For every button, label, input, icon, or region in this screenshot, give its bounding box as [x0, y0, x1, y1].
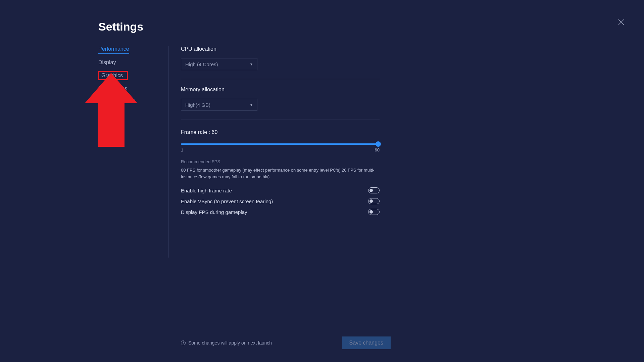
divider: [181, 79, 380, 79]
sidebar-item-device-settings[interactable]: Device settings: [98, 97, 135, 103]
memory-allocation-label: Memory allocation: [181, 87, 380, 93]
cpu-allocation-label: CPU allocation: [181, 46, 380, 52]
settings-main: CPU allocation High (4 Cores) ▼ Memory a…: [181, 46, 380, 362]
sidebar-item-performance[interactable]: Performance: [98, 46, 129, 54]
tutorial-arrow: [85, 73, 137, 153]
footer-note: i Some changes will apply on next launch: [181, 340, 272, 346]
toggle-display-fps[interactable]: [368, 209, 380, 215]
memory-allocation-value: High(4 GB): [185, 102, 210, 108]
chevron-down-icon: ▼: [250, 103, 253, 107]
toggle-label-high-frame-rate: Enable high frame rate: [181, 188, 232, 193]
close-button[interactable]: [617, 18, 625, 26]
cpu-allocation-dropdown[interactable]: High (4 Cores) ▼: [181, 58, 257, 70]
toggle-label-vsync: Enable VSync (to prevent screen tearing): [181, 198, 273, 204]
divider: [181, 120, 380, 120]
save-changes-button[interactable]: Save changes: [342, 336, 391, 349]
toggle-vsync[interactable]: [368, 198, 380, 204]
frame-rate-label: Frame rate : 60: [181, 129, 380, 135]
chevron-down-icon: ▼: [250, 62, 253, 66]
info-icon: i: [181, 341, 186, 345]
frame-rate-max: 60: [375, 147, 380, 152]
frame-rate-min: 1: [181, 147, 183, 152]
close-icon: [617, 18, 625, 26]
recommended-fps-text: 60 FPS for smoother gameplay (may effect…: [181, 167, 380, 180]
sidebar-item-graphics[interactable]: Graphics: [101, 73, 123, 79]
sidebar-item-preferences[interactable]: Preferences: [98, 86, 127, 92]
page-title: Settings: [98, 20, 644, 33]
frame-rate-slider[interactable]: [181, 143, 380, 145]
tutorial-highlight-box: Graphics: [98, 71, 128, 80]
toggle-high-frame-rate[interactable]: [368, 187, 380, 193]
cpu-allocation-value: High (4 Cores): [185, 61, 218, 67]
memory-allocation-dropdown[interactable]: High(4 GB) ▼: [181, 99, 257, 111]
footer-note-text: Some changes will apply on next launch: [188, 340, 272, 346]
frame-rate-slider-thumb[interactable]: [376, 141, 381, 147]
sidebar-item-display[interactable]: Display: [98, 59, 116, 65]
recommended-fps-title: Recommended FPS: [181, 159, 380, 164]
toggle-label-display-fps: Display FPS during gameplay: [181, 209, 247, 215]
settings-sidebar: Performance Display Graphics Preferences…: [98, 46, 169, 258]
